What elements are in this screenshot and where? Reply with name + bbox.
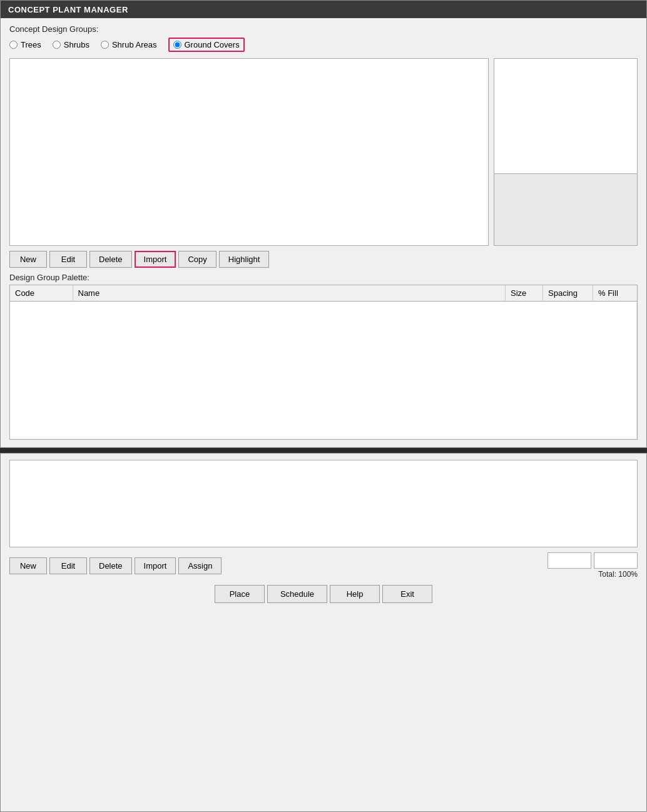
radio-trees[interactable]: Trees bbox=[9, 40, 41, 49]
bottom-assign-button[interactable]: Assign bbox=[178, 557, 222, 574]
delete-button[interactable]: Delete bbox=[89, 251, 132, 268]
import-button[interactable]: Import bbox=[135, 251, 176, 268]
radio-shrub-areas[interactable]: Shrub Areas bbox=[101, 40, 157, 49]
top-panel-content: Concept Design Groups: Trees Shrubs Shru… bbox=[1, 18, 646, 447]
footer-buttons: Place Schedule Help Exit bbox=[9, 585, 638, 603]
new-button[interactable]: New bbox=[9, 251, 47, 268]
palette-section: Design Group Palette: Code Name Size Spa… bbox=[9, 273, 638, 440]
place-button[interactable]: Place bbox=[215, 585, 265, 603]
bottom-list-box[interactable] bbox=[9, 460, 638, 547]
radio-shrub-areas-label: Shrub Areas bbox=[112, 40, 157, 49]
exit-button[interactable]: Exit bbox=[382, 585, 432, 603]
edit-button[interactable]: Edit bbox=[49, 251, 87, 268]
total-inputs bbox=[548, 552, 638, 569]
radio-shrub-areas-input[interactable] bbox=[101, 41, 109, 49]
preview-image bbox=[494, 58, 638, 174]
radio-shrubs-label: Shrubs bbox=[64, 40, 89, 49]
col-fill: % Fill bbox=[593, 285, 637, 302]
palette-body bbox=[10, 302, 637, 439]
top-panel: CONCEPT PLANT MANAGER Concept Design Gro… bbox=[0, 0, 647, 448]
bottom-panel: New Edit Delete Import Assign Total: 100… bbox=[0, 453, 647, 812]
title-bar: CONCEPT PLANT MANAGER bbox=[1, 1, 646, 18]
help-button[interactable]: Help bbox=[330, 585, 380, 603]
palette-thead: Code Name Size Spacing % Fill bbox=[10, 285, 637, 302]
bottom-button-row: New Edit Delete Import Assign Total: 100… bbox=[9, 552, 638, 579]
total-input-2[interactable] bbox=[594, 552, 638, 569]
bottom-import-button[interactable]: Import bbox=[135, 557, 176, 574]
radio-trees-label: Trees bbox=[21, 40, 41, 49]
col-size: Size bbox=[506, 285, 543, 302]
total-section: Total: 100% bbox=[548, 552, 638, 579]
radio-ground-covers-label: Ground Covers bbox=[185, 40, 240, 49]
bottom-delete-button[interactable]: Delete bbox=[89, 557, 132, 574]
app-title: CONCEPT PLANT MANAGER bbox=[8, 5, 128, 14]
top-list-box[interactable] bbox=[9, 58, 489, 246]
schedule-button[interactable]: Schedule bbox=[267, 585, 327, 603]
total-label: Total: 100% bbox=[598, 570, 638, 579]
main-window: CONCEPT PLANT MANAGER Concept Design Gro… bbox=[0, 0, 647, 812]
bottom-edit-button[interactable]: Edit bbox=[49, 557, 87, 574]
separator bbox=[0, 448, 647, 453]
col-spacing: Spacing bbox=[543, 285, 593, 302]
preview-panel bbox=[494, 58, 638, 246]
col-code: Code bbox=[10, 285, 73, 302]
radio-shrubs[interactable]: Shrubs bbox=[53, 40, 89, 49]
radio-ground-covers[interactable]: Ground Covers bbox=[168, 38, 245, 52]
palette-table: Code Name Size Spacing % Fill bbox=[10, 285, 637, 439]
highlight-button[interactable]: Highlight bbox=[219, 251, 270, 268]
palette-empty-cell bbox=[10, 302, 637, 439]
palette-table-container: Code Name Size Spacing % Fill bbox=[9, 285, 638, 440]
radio-group: Trees Shrubs Shrub Areas Ground Covers bbox=[9, 38, 638, 52]
palette-label: Design Group Palette: bbox=[9, 273, 638, 282]
bottom-new-button[interactable]: New bbox=[9, 557, 47, 574]
radio-shrubs-input[interactable] bbox=[53, 41, 61, 49]
copy-button[interactable]: Copy bbox=[178, 251, 216, 268]
palette-empty-row bbox=[10, 302, 637, 439]
top-button-row: New Edit Delete Import Copy Highlight bbox=[9, 251, 638, 268]
main-area bbox=[9, 58, 638, 246]
total-input-1[interactable] bbox=[548, 552, 591, 569]
radio-trees-input[interactable] bbox=[9, 41, 18, 49]
palette-header-row: Code Name Size Spacing % Fill bbox=[10, 285, 637, 302]
col-name: Name bbox=[73, 285, 506, 302]
preview-info bbox=[494, 174, 638, 246]
concept-groups-label: Concept Design Groups: bbox=[9, 24, 638, 34]
radio-ground-covers-input[interactable] bbox=[173, 41, 181, 49]
